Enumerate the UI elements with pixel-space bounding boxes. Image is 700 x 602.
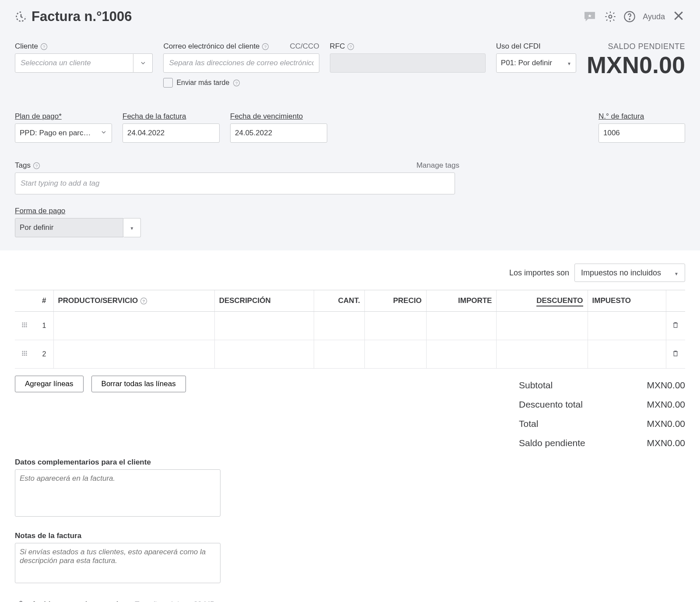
svg-text:?: ?	[264, 45, 266, 49]
notes-textarea[interactable]	[15, 543, 220, 583]
col-tax: IMPUESTO	[588, 290, 666, 312]
plan-select[interactable]: PPD: Pago en parc…	[15, 123, 112, 143]
feedback-icon[interactable]	[582, 10, 597, 24]
svg-point-23	[26, 326, 27, 327]
clear-lines-button[interactable]: Borrar todas las líneas	[91, 376, 186, 392]
enviar-label: Enviar más tarde	[176, 79, 229, 87]
num-label: N.° de factura	[598, 112, 685, 121]
page-header: Factura n.°1006 Ayuda	[15, 9, 685, 25]
trash-icon[interactable]	[672, 349, 679, 358]
correo-input[interactable]	[163, 53, 319, 73]
forma-select[interactable]: Por definir	[15, 218, 123, 237]
svg-point-16	[24, 322, 25, 324]
svg-point-18	[22, 324, 23, 326]
client-memo-label: Datos complementarios para el cliente	[15, 458, 685, 467]
rfc-label: RFC ?	[330, 42, 486, 51]
client-memo-textarea[interactable]	[15, 469, 220, 517]
chevron-down-icon	[100, 129, 107, 136]
forma-label: Forma de pago	[15, 207, 685, 215]
svg-text:?: ?	[235, 81, 238, 85]
cliente-select[interactable]	[15, 53, 133, 73]
balance-amount: MXN0.00	[587, 53, 685, 77]
col-amount: IMPORTE	[426, 290, 497, 312]
drag-handle-icon[interactable]	[21, 322, 28, 328]
svg-point-24	[22, 351, 23, 352]
table-row[interactable]: 1	[15, 312, 685, 340]
history-icon	[15, 11, 27, 23]
svg-point-2	[629, 19, 630, 20]
chevron-down-icon	[140, 60, 147, 67]
totals-panel: SubtotalMXN0.00 Descuento totalMXN0.00 T…	[519, 376, 685, 453]
gear-icon[interactable]	[604, 11, 616, 23]
help-icon[interactable]: ?	[262, 43, 269, 50]
svg-point-32	[26, 355, 27, 356]
correo-label: Correo electrónico del cliente ? CC/CCO	[163, 42, 319, 51]
enviar-checkbox[interactable]	[163, 78, 173, 88]
svg-text:?: ?	[350, 45, 352, 49]
col-hash: #	[34, 290, 53, 312]
notes-label: Notas de la factura	[15, 532, 685, 540]
help-icon[interactable]: ?	[233, 79, 240, 87]
help-label[interactable]: Ayuda	[643, 12, 665, 21]
trash-icon[interactable]	[672, 320, 679, 329]
svg-text:?: ?	[143, 299, 145, 303]
help-icon[interactable]: ?	[347, 43, 354, 50]
cliente-label: Cliente ?	[15, 42, 153, 51]
col-discount: DESCUENTO	[497, 290, 588, 312]
svg-point-22	[24, 326, 25, 327]
importes-label: Los importes son	[509, 268, 569, 278]
help-icon[interactable]: ?	[140, 297, 147, 305]
svg-point-28	[24, 353, 25, 354]
svg-text:?: ?	[43, 45, 45, 49]
svg-point-21	[22, 326, 23, 327]
venc-input[interactable]: 24.05.2022	[230, 123, 327, 143]
fecha-input[interactable]: 24.04.2022	[122, 123, 220, 143]
svg-text:?: ?	[35, 164, 38, 168]
num-input[interactable]: 1006	[598, 123, 685, 143]
cccco-link[interactable]: CC/CCO	[290, 42, 319, 51]
help-icon[interactable]: ?	[33, 162, 40, 169]
cliente-dropdown-toggle[interactable]	[133, 53, 153, 73]
importes-select[interactable]: Impuestos no incluidos	[574, 264, 685, 282]
table-row[interactable]: 2	[15, 340, 685, 369]
forma-dropdown-toggle[interactable]	[123, 218, 141, 237]
close-icon[interactable]	[672, 9, 685, 25]
attach-label: Archivos complementarios	[32, 600, 127, 602]
cfdi-label: Uso del CFDI	[496, 42, 576, 51]
svg-point-15	[22, 322, 23, 324]
attach-size: Tamaño máximo: 20 MB	[135, 600, 215, 602]
col-desc: DESCRIPCIÓN	[214, 290, 314, 312]
line-items-table: # PRODUCTO/SERVICIO ? DESCRIPCIÓN CANT. …	[15, 290, 685, 369]
svg-point-0	[609, 15, 612, 18]
svg-point-20	[26, 324, 27, 326]
cfdi-select[interactable]: P01: Por definir	[496, 53, 576, 73]
rfc-input	[330, 53, 486, 73]
venc-label: Fecha de vencimiento	[230, 112, 327, 121]
page-title: Factura n.°1006	[15, 9, 582, 25]
help-circle-icon[interactable]	[623, 11, 636, 23]
col-qty: CANT.	[314, 290, 364, 312]
drag-handle-icon[interactable]	[21, 350, 28, 356]
svg-point-31	[24, 355, 25, 356]
help-icon[interactable]: ?	[40, 43, 48, 50]
svg-point-17	[26, 322, 27, 324]
svg-point-25	[24, 351, 25, 352]
svg-point-19	[24, 324, 25, 326]
fecha-label: Fecha de la factura	[122, 112, 220, 121]
col-price: PRECIO	[364, 290, 426, 312]
svg-point-27	[22, 353, 23, 354]
svg-point-29	[26, 353, 27, 354]
plan-label: Plan de pago*	[15, 112, 112, 121]
col-product: PRODUCTO/SERVICIO ?	[53, 290, 214, 312]
paperclip-icon[interactable]	[15, 600, 24, 602]
svg-point-30	[22, 355, 23, 356]
balance-label: SALDO PENDIENTE	[587, 42, 685, 51]
tags-input[interactable]	[15, 173, 455, 194]
add-lines-button[interactable]: Agregar líneas	[15, 376, 84, 392]
svg-point-26	[26, 351, 27, 352]
tags-label: Tags ?	[15, 161, 40, 170]
manage-tags-link[interactable]: Manage tags	[416, 161, 459, 170]
